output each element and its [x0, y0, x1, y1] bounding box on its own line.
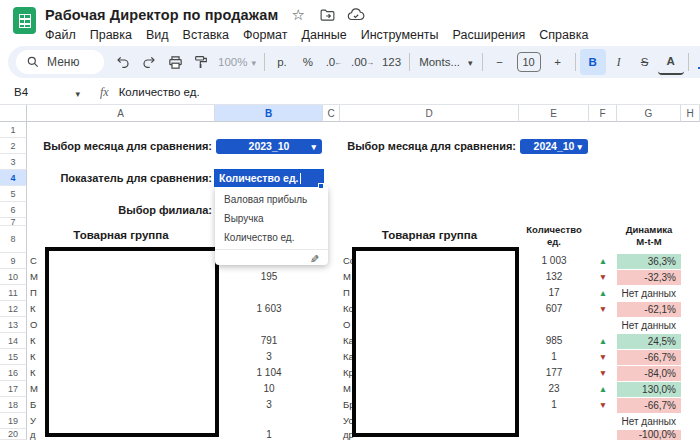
left-table-group-header[interactable]: Товарная группа — [27, 229, 215, 241]
star-icon[interactable] — [289, 6, 307, 24]
row-header-3[interactable]: 3 — [0, 154, 27, 170]
cell-b4-editor[interactable]: Количество ед. — [214, 169, 324, 187]
font-family-select[interactable]: Monts... — [414, 56, 477, 68]
cloud-save-status-icon[interactable] — [347, 6, 365, 24]
print-button[interactable] — [162, 49, 188, 75]
increase-decimals-button[interactable]: .00→ — [347, 49, 378, 75]
menu-данные[interactable]: Данные — [301, 28, 346, 42]
row-header-5[interactable]: 5 — [0, 186, 27, 202]
bold-button[interactable]: B — [580, 49, 606, 75]
right-row-11-name[interactable]: П — [343, 285, 350, 301]
right-row-11-dynamics[interactable]: Нет данных — [617, 286, 681, 301]
row-header-9[interactable]: 9 — [0, 253, 27, 269]
right-row-12-qty[interactable]: 607 — [519, 301, 589, 317]
menu-справка[interactable]: Справка — [539, 28, 588, 42]
column-header-F[interactable]: F — [589, 105, 617, 122]
dropdown-option-1[interactable]: Валовая прибыль — [215, 190, 328, 209]
left-row-10-qty[interactable]: 195 — [215, 269, 323, 285]
cell-d2-month-label[interactable]: Выбор месяца для сравнения: — [340, 138, 516, 154]
select-all-corner[interactable] — [0, 105, 27, 122]
right-row-18-qty[interactable]: 1 — [519, 397, 589, 413]
row-header-15[interactable]: 15 — [0, 349, 27, 365]
right-table-group-header[interactable]: Товарная группа — [340, 229, 519, 241]
menu-инструменты[interactable]: Инструменты — [361, 28, 439, 42]
column-header-C[interactable]: C — [323, 105, 340, 122]
cell-a2-month-label[interactable]: Выбор месяца для сравнения: — [27, 138, 212, 154]
row-header-7[interactable]: 7 — [0, 218, 27, 226]
paint-format-button[interactable] — [188, 49, 214, 75]
right-row-10-qty[interactable]: 132 — [519, 269, 589, 285]
left-row-20-qty[interactable]: 1 — [215, 429, 323, 440]
row-header-11[interactable]: 11 — [0, 285, 27, 301]
italic-button[interactable]: I — [606, 49, 632, 75]
row-header-16[interactable]: 16 — [0, 365, 27, 381]
right-row-14-qty[interactable]: 985 — [519, 333, 589, 349]
left-row-16-qty[interactable]: 1 104 — [215, 365, 323, 381]
decrease-font-size-button[interactable]: − — [487, 49, 513, 75]
left-row-12-name[interactable]: К — [30, 301, 36, 317]
right-row-16-qty[interactable]: 177 — [519, 365, 589, 381]
right-row-16-dynamics[interactable]: -84,0% — [617, 366, 681, 381]
column-header-H[interactable]: H — [681, 105, 700, 122]
right-row-17-dynamics[interactable]: 130,0% — [617, 382, 681, 397]
text-color-button[interactable]: A — [658, 49, 684, 75]
increase-font-size-button[interactable]: + — [545, 49, 571, 75]
left-row-19-name[interactable]: У — [30, 413, 36, 429]
row-header-18[interactable]: 18 — [0, 397, 27, 413]
dynamics-column-header[interactable]: Динамика M-t-M — [617, 224, 681, 247]
left-row-19-qty[interactable] — [215, 413, 323, 429]
left-row-9-name[interactable]: С — [30, 253, 37, 269]
decrease-decimals-button[interactable]: .0← — [321, 49, 347, 75]
right-row-19-qty[interactable] — [519, 413, 589, 429]
left-row-17-qty[interactable]: 10 — [215, 381, 323, 397]
cell-a4-metric-label[interactable]: Показатель для сравнения: — [27, 170, 212, 186]
left-row-14-qty[interactable]: 791 — [215, 333, 323, 349]
right-row-15-qty[interactable]: 1 — [519, 349, 589, 365]
right-row-10-name[interactable]: М — [343, 269, 351, 285]
dropdown-option-2[interactable]: Выручка — [215, 209, 328, 228]
redo-button[interactable] — [136, 49, 162, 75]
edit-pencil-icon[interactable] — [310, 249, 319, 267]
row-header-1[interactable]: 1 — [0, 122, 27, 138]
left-row-13-qty[interactable] — [215, 317, 323, 333]
right-row-15-dynamics[interactable]: -66,7% — [617, 350, 681, 365]
document-title[interactable]: Рабочая Директор по продажам — [45, 7, 278, 23]
row-header-17[interactable]: 17 — [0, 381, 27, 397]
cell-b2-month-dropdown[interactable]: 2023_10 — [216, 139, 322, 154]
right-row-11-qty[interactable]: 17 — [519, 285, 589, 301]
left-row-20-name[interactable]: д — [30, 429, 36, 440]
right-row-14-dynamics[interactable]: 24,5% — [617, 334, 681, 349]
column-header-A[interactable]: A — [27, 105, 215, 122]
menu-вид[interactable]: Вид — [146, 28, 169, 42]
row-header-2[interactable]: 2 — [0, 138, 27, 154]
right-row-9-dynamics[interactable]: 36,3% — [617, 254, 681, 269]
menu-правка[interactable]: Правка — [90, 28, 132, 42]
undo-button[interactable] — [110, 49, 136, 75]
row-header-8[interactable]: 8 — [0, 226, 27, 253]
strikethrough-button[interactable]: S — [632, 49, 658, 75]
cell-e2-month-dropdown[interactable]: 2024_10 — [520, 139, 588, 154]
left-row-12-qty[interactable]: 1 603 — [215, 301, 323, 317]
left-row-11-qty[interactable] — [215, 285, 323, 301]
right-row-13-name[interactable]: О — [343, 317, 350, 333]
column-header-G[interactable]: G — [617, 105, 681, 122]
left-row-16-name[interactable]: К — [30, 365, 36, 381]
qty-column-header[interactable]: Количество ед. — [519, 224, 589, 247]
fill-color-button[interactable] — [693, 49, 700, 75]
row-header-10[interactable]: 10 — [0, 269, 27, 285]
right-row-13-dynamics[interactable]: Нет данных — [617, 318, 681, 333]
cell-name-box[interactable]: B4 — [0, 83, 88, 101]
left-row-14-name[interactable]: К — [30, 333, 36, 349]
left-row-18-name[interactable]: Б — [30, 397, 36, 413]
right-row-12-dynamics[interactable]: -62,1% — [617, 302, 681, 317]
cell-a6-branch-label[interactable]: Выбор филиала: — [27, 202, 212, 218]
row-header-14[interactable]: 14 — [0, 333, 27, 349]
right-row-9-qty[interactable]: 1 003 — [519, 253, 589, 269]
left-row-13-name[interactable]: О — [30, 317, 37, 333]
left-row-11-name[interactable]: П — [30, 285, 37, 301]
right-row-20-qty[interactable] — [519, 429, 589, 440]
format-percent-button[interactable]: % — [295, 49, 321, 75]
menu-вставка[interactable]: Вставка — [183, 28, 229, 42]
right-row-13-qty[interactable] — [519, 317, 589, 333]
right-row-17-name[interactable]: М — [343, 381, 351, 397]
